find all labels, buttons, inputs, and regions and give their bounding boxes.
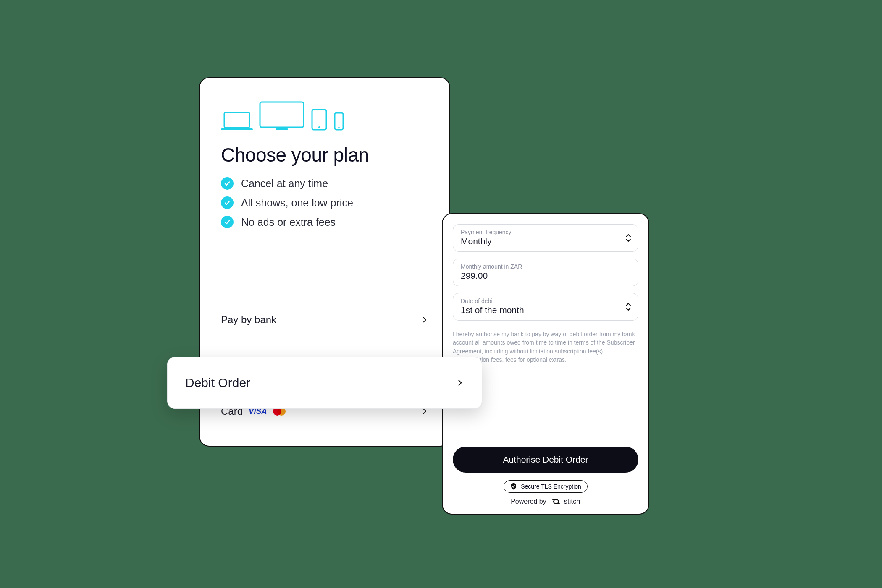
secure-encryption-badge: Secure TLS Encryption	[504, 480, 588, 493]
date-of-debit-select[interactable]: Date of debit 1st of the month	[453, 293, 638, 321]
field-label: Payment frequency	[461, 229, 630, 235]
phone-icon	[333, 112, 344, 131]
field-value: Monthly	[461, 236, 630, 246]
check-icon	[221, 177, 234, 190]
chevron-right-icon	[456, 379, 464, 387]
benefit-item: Cancel at any time	[221, 177, 428, 190]
field-label: Date of debit	[461, 298, 630, 304]
monthly-amount-field[interactable]: Monthly amount in ZAR 299.00	[453, 259, 638, 286]
benefits-list: Cancel at any time All shows, one low pr…	[221, 177, 428, 228]
stepper-arrows-icon[interactable]	[625, 303, 631, 311]
pay-by-bank-option[interactable]: Pay by bank	[200, 302, 449, 337]
debit-order-option[interactable]: Debit Order	[167, 357, 482, 409]
svg-rect-0	[224, 112, 249, 128]
authorise-debit-order-button[interactable]: Authorise Debit Order	[453, 447, 638, 473]
authorisation-legal-text: I hereby authorise my bank to pay by way…	[453, 330, 638, 364]
check-icon	[221, 196, 234, 209]
tablet-icon	[311, 108, 328, 131]
laptop-icon	[221, 111, 253, 131]
benefit-item: No ads or extra fees	[221, 216, 428, 228]
benefit-label: No ads or extra fees	[241, 216, 336, 228]
benefit-label: All shows, one low price	[241, 197, 353, 209]
field-label: Monthly amount in ZAR	[461, 263, 630, 270]
svg-rect-3	[276, 128, 288, 130]
field-value: 1st of the month	[461, 305, 630, 315]
stitch-brand-label: stitch	[564, 498, 580, 505]
debit-order-label: Debit Order	[185, 376, 250, 390]
stepper-arrows-icon[interactable]	[625, 234, 631, 242]
secure-label: Secure TLS Encryption	[521, 483, 581, 490]
svg-rect-1	[221, 128, 253, 130]
stitch-logo-icon: stitch	[551, 498, 580, 505]
tv-icon	[259, 101, 305, 131]
payment-frequency-select[interactable]: Payment frequency Monthly	[453, 224, 638, 252]
svg-rect-2	[260, 102, 304, 127]
powered-by-footer: Powered by stitch	[511, 498, 580, 505]
pay-by-bank-label: Pay by bank	[221, 314, 276, 326]
chevron-right-icon	[421, 316, 428, 324]
svg-point-7	[338, 127, 340, 128]
benefit-item: All shows, one low price	[221, 196, 428, 209]
shield-check-icon	[510, 483, 517, 490]
benefit-label: Cancel at any time	[241, 178, 328, 190]
svg-point-5	[318, 126, 320, 128]
plan-title: Choose your plan	[221, 144, 428, 166]
device-icons-row	[221, 101, 428, 131]
field-value: 299.00	[461, 271, 630, 281]
check-icon	[221, 216, 234, 228]
powered-by-prefix: Powered by	[511, 498, 546, 505]
